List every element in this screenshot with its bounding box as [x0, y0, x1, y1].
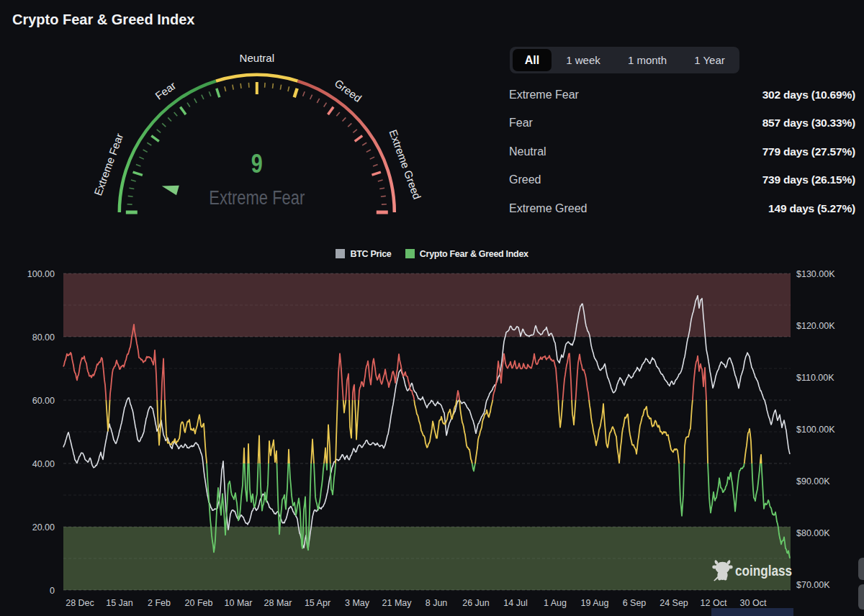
svg-text:$70.00K: $70.00K: [796, 580, 830, 590]
svg-text:15 Apr: 15 Apr: [305, 598, 330, 608]
svg-text:40.00: 40.00: [32, 459, 55, 469]
svg-text:9: 9: [251, 149, 263, 178]
svg-text:2 Feb: 2 Feb: [148, 598, 171, 608]
svg-text:12 Oct: 12 Oct: [701, 598, 727, 608]
svg-text:$90.00K: $90.00K: [796, 476, 830, 486]
svg-text:6 Sep: 6 Sep: [623, 598, 647, 608]
svg-text:15 Jan: 15 Jan: [106, 598, 133, 608]
svg-text:24 Sep: 24 Sep: [660, 598, 688, 608]
svg-text:60.00: 60.00: [32, 396, 55, 406]
svg-text:80.00: 80.00: [32, 332, 55, 343]
svg-text:8 Jun: 8 Jun: [426, 598, 448, 608]
svg-text:100.00: 100.00: [27, 269, 55, 279]
svg-text:$100.00K: $100.00K: [796, 425, 835, 435]
svg-text:$110.00K: $110.00K: [796, 373, 834, 383]
svg-text:coinglass: coinglass: [735, 562, 792, 579]
svg-text:$120.00K: $120.00K: [796, 321, 835, 331]
svg-text:Fear: Fear: [153, 79, 178, 102]
svg-text:$80.00K: $80.00K: [796, 528, 830, 538]
svg-text:28 Mar: 28 Mar: [264, 598, 292, 608]
svg-text:3 May: 3 May: [345, 598, 370, 608]
svg-text:$130.00K: $130.00K: [796, 269, 835, 279]
svg-text:21 May: 21 May: [382, 598, 413, 608]
svg-text:28 Dec: 28 Dec: [66, 598, 94, 608]
svg-text:Neutral: Neutral: [240, 52, 274, 64]
svg-text:20 Feb: 20 Feb: [185, 598, 213, 608]
svg-text:26 Jun: 26 Jun: [462, 598, 490, 608]
svg-text:19 Aug: 19 Aug: [581, 598, 609, 608]
svg-text:14 Jul: 14 Jul: [503, 598, 527, 608]
svg-text:Extreme Fear: Extreme Fear: [209, 187, 305, 209]
svg-text:20.00: 20.00: [32, 522, 55, 533]
svg-text:10 Mar: 10 Mar: [225, 598, 253, 608]
svg-text:30 Oct: 30 Oct: [740, 598, 767, 608]
svg-text:0: 0: [50, 586, 55, 596]
svg-text:1 Aug: 1 Aug: [544, 598, 567, 608]
